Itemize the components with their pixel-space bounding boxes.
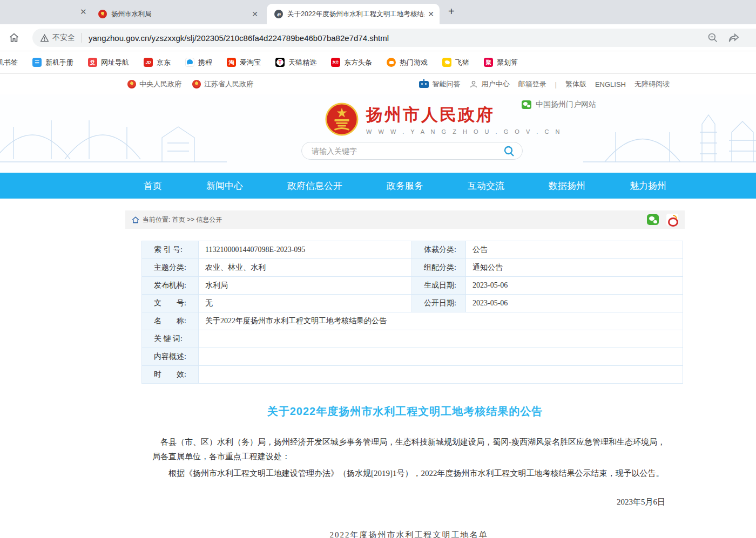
eastday-icon: 东方 (331, 58, 340, 67)
link-jiangsu-government[interactable]: 江苏省人民政府 (192, 79, 253, 89)
meta-value: 无 (199, 295, 412, 312)
tmall-icon: T (275, 58, 285, 67)
link-smart-qa[interactable]: 智能问答 (419, 79, 461, 89)
bookmark-site-nav[interactable]: 爻 网址导航 (88, 58, 129, 67)
meta-label: 索 引 号: (142, 241, 199, 259)
breadcrumb-path[interactable]: 当前位置: 首页 >> 信息公开 (143, 215, 222, 224)
portal-link[interactable]: 中国扬州门户网站 (522, 100, 596, 110)
fliggy-pig-icon (442, 58, 451, 67)
nav-news-center[interactable]: 新闻中心 (206, 180, 243, 192)
article-paragraph: 各县（市、区）水利（务）局，扬州经济开发区城乡事务管理局，生态科技新城规划建设局… (152, 435, 665, 464)
meta-label: 发布机构: (142, 277, 199, 295)
bookmark-manual[interactable]: ☰ 新机手册 (32, 58, 73, 67)
meta-value: 11321000014407098E-2023-095 (199, 241, 412, 259)
bookmark-tmall[interactable]: T 天猫精选 (275, 58, 316, 67)
close-icon[interactable]: ✕ (428, 10, 434, 18)
link-traditional-chinese[interactable]: 繁体版 (565, 79, 586, 89)
hot-games-icon (387, 58, 396, 67)
meta-label: 内容概述: (142, 348, 199, 366)
table-row: 关 键 词: (142, 330, 683, 348)
link-central-government[interactable]: 中央人民政府 (127, 79, 181, 89)
site-search (301, 142, 523, 160)
site-banner: 扬州市人民政府 W W W . Y A N G Z H O U . G O V … (0, 94, 756, 173)
link-english[interactable]: ENGLISH (595, 80, 626, 88)
url-text[interactable]: yangzhou.gov.cn/yzszxxgk/slj/202305/210c… (89, 33, 707, 43)
gov-emblem-icon (127, 80, 136, 88)
table-row: 主题分类: 农业、林业、水利 组配分类: 通知公告 (142, 259, 683, 277)
ctrip-dolphin-icon (185, 58, 194, 67)
tab-title: 扬州市水利局 (111, 10, 248, 19)
bookmark-eastday[interactable]: 东方 东方头条 (331, 58, 372, 67)
search-icon[interactable] (503, 145, 516, 158)
gov-emblem-favicon-icon: ★ (98, 10, 107, 18)
nav-data-yangzhou[interactable]: 数据扬州 (549, 180, 585, 192)
meta-label: 主题分类: (142, 259, 199, 277)
tab-yangzhou-water-bureau[interactable]: ★ 扬州市水利局 ✕ (91, 4, 264, 24)
table-row: 内容概述: (142, 348, 683, 366)
meta-label: 生成日期: (412, 277, 466, 295)
browser-tab-bar: ✕ ★ 扬州市水利局 ✕ e 关于2022年度扬州市水利工程文明工地考核结果的公… (0, 0, 756, 24)
link-mail-login[interactable]: 邮箱登录 (518, 79, 546, 89)
meta-label: 关 键 词: (142, 330, 199, 348)
wechat-icon (522, 100, 531, 109)
bookmark-phone-bookmarks[interactable]: 机书签 (0, 58, 18, 67)
meta-value: 公告 (466, 241, 683, 259)
meta-value: 2023-05-06 (466, 277, 683, 295)
divider (82, 33, 82, 43)
list-title: 2022年度扬州市水利工程文明工地名单 (152, 528, 665, 538)
meta-value: 农业、林业、水利 (199, 259, 412, 277)
close-icon[interactable]: ✕ (80, 7, 87, 17)
meta-value: 2023-05-06 (466, 295, 683, 312)
juhuasuan-icon: 聚 (484, 58, 493, 67)
meta-value: 关于2022年度扬州市水利工程文明工地考核结果的公告 (199, 312, 683, 330)
page-content: 当前位置: 首页 >> 信息公开 索 引 号: 1132100001440709… (0, 210, 756, 538)
document-meta-table: 索 引 号: 11321000014407098E-2023-095 体裁分类:… (141, 241, 683, 384)
not-secure-warning-icon (40, 34, 49, 42)
nav-interaction[interactable]: 互动交流 (468, 180, 504, 192)
new-tab-button[interactable]: + (448, 5, 455, 18)
meta-label: 文 号: (142, 295, 199, 312)
home-icon[interactable] (6, 30, 22, 45)
tab-active-announcement[interactable]: e 关于2022年度扬州市水利工程文明工地考核结果的公告 ✕ (267, 4, 440, 24)
close-icon[interactable]: ✕ (252, 10, 258, 18)
bookmark-ctrip[interactable]: 携程 (185, 58, 212, 67)
meta-label: 时 效: (142, 366, 199, 384)
security-label: 不安全 (52, 33, 75, 43)
tab-title: 关于2022年度扬州市水利工程文明工地考核结果的公告 (287, 10, 424, 19)
manual-icon: ☰ (32, 58, 42, 67)
zoom-out-icon[interactable] (707, 32, 718, 43)
article-body: 各县（市、区）水利（务）局，扬州经济开发区城乡事务管理局，生态科技新城规划建设局… (125, 435, 685, 538)
nav-gov-services[interactable]: 政务服务 (387, 180, 423, 192)
article-title: 关于2022年度扬州市水利工程文明工地考核结果的公告 (125, 404, 685, 419)
bookmark-hot-games[interactable]: 热门游戏 (387, 58, 428, 67)
search-input[interactable] (312, 147, 503, 155)
meta-label: 体裁分类: (412, 241, 466, 259)
bookmark-taobao[interactable]: 淘 爱淘宝 (227, 58, 261, 67)
link-accessibility[interactable]: 无障碍阅读 (634, 79, 670, 89)
meta-label: 组配分类: (412, 259, 466, 277)
meta-label: 公开日期: (412, 295, 466, 312)
meta-value (199, 330, 683, 348)
site-nav-icon: 爻 (88, 58, 97, 67)
site-url: W W W . Y A N G Z H O U . G O V . C N (366, 128, 562, 135)
meta-value (199, 348, 683, 366)
nav-home[interactable]: 首页 (144, 180, 162, 192)
person-icon (469, 80, 478, 88)
breadcrumb: 当前位置: 首页 >> 信息公开 (125, 210, 685, 229)
table-row: 发布机构: 水利局 生成日期: 2023-05-06 (142, 277, 683, 295)
nav-gov-info-disclosure[interactable]: 政府信息公开 (287, 180, 342, 192)
national-emblem-icon (325, 103, 359, 136)
table-row: 名 称: 关于2022年度扬州市水利工程文明工地考核结果的公告 (142, 312, 683, 330)
table-row: 文 号: 无 公开日期: 2023-05-06 (142, 295, 683, 312)
bookmark-fliggy[interactable]: 飞猪 (442, 58, 469, 67)
gov-links-bar: 中央人民政府 江苏省人民政府 智能问答 用户中心 邮箱登录 | (0, 74, 756, 94)
nav-charming-yangzhou[interactable]: 魅力扬州 (630, 180, 666, 192)
meta-value: 水利局 (199, 277, 412, 295)
share-icon[interactable] (728, 32, 740, 43)
bookmark-jd[interactable]: JD 京东 (144, 58, 171, 67)
wechat-share-icon[interactable] (647, 214, 659, 225)
bookmark-juhuasuan[interactable]: 聚 聚划算 (484, 58, 518, 67)
weibo-share-icon[interactable] (666, 214, 678, 226)
address-bar[interactable]: 不安全 yangzhou.gov.cn/yzszxxgk/slj/202305/… (32, 29, 756, 47)
link-user-center[interactable]: 用户中心 (469, 79, 510, 89)
